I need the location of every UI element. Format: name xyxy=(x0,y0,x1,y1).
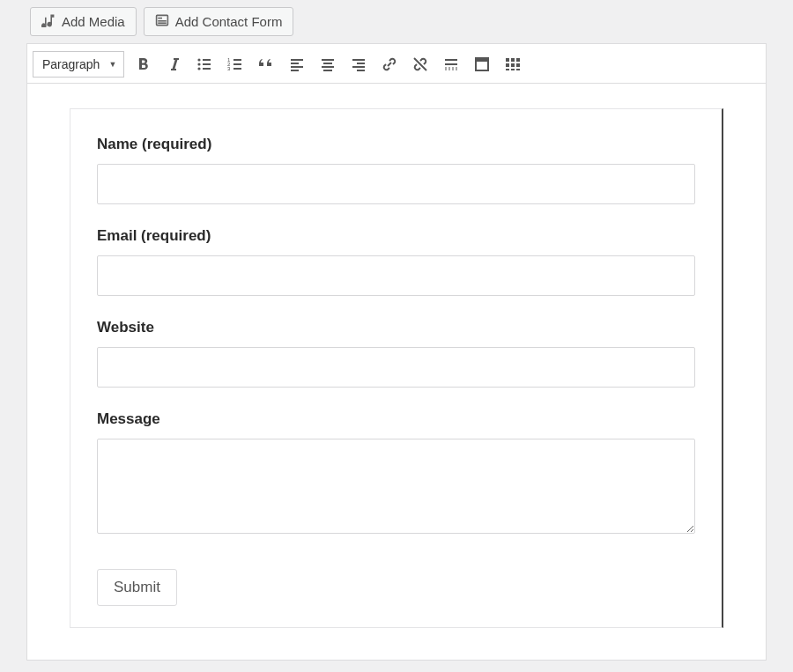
blockquote-button[interactable] xyxy=(254,52,278,77)
align-center-button[interactable] xyxy=(315,52,340,77)
svg-rect-29 xyxy=(445,59,457,61)
email-input[interactable] xyxy=(97,255,695,296)
svg-rect-26 xyxy=(352,66,365,68)
fullscreen-button[interactable] xyxy=(470,52,494,77)
field-name: Name (required) xyxy=(97,136,695,204)
svg-rect-23 xyxy=(323,70,332,71)
svg-line-28 xyxy=(414,58,426,70)
svg-rect-42 xyxy=(516,69,520,70)
svg-rect-34 xyxy=(506,58,509,62)
svg-rect-19 xyxy=(291,70,299,71)
svg-rect-41 xyxy=(511,69,515,70)
svg-rect-16 xyxy=(291,59,303,61)
svg-rect-32 xyxy=(476,58,488,70)
add-media-label: Add Media xyxy=(62,14,125,29)
music-note-icon xyxy=(41,13,56,30)
svg-rect-37 xyxy=(506,63,509,67)
bold-button[interactable] xyxy=(130,52,155,77)
insert-more-button[interactable] xyxy=(439,52,463,77)
svg-rect-21 xyxy=(323,63,332,64)
svg-rect-25 xyxy=(357,63,365,64)
numbered-list-button[interactable]: 123 xyxy=(223,52,248,77)
email-label: Email (required) xyxy=(97,227,695,245)
unlink-button[interactable] xyxy=(408,52,433,77)
svg-rect-1 xyxy=(158,18,162,19)
format-dropdown[interactable]: Paragraph ▼ xyxy=(33,51,124,78)
svg-rect-17 xyxy=(291,63,299,64)
field-message: Message xyxy=(97,410,695,537)
name-label: Name (required) xyxy=(97,136,695,153)
svg-rect-38 xyxy=(511,63,515,67)
svg-rect-2 xyxy=(158,20,167,22)
name-input[interactable] xyxy=(97,164,695,204)
svg-rect-7 xyxy=(203,63,211,65)
svg-rect-40 xyxy=(506,69,509,70)
svg-rect-36 xyxy=(516,58,520,62)
svg-rect-22 xyxy=(322,66,334,68)
svg-rect-24 xyxy=(352,59,365,61)
link-button[interactable] xyxy=(377,52,402,77)
chevron-down-icon: ▼ xyxy=(108,60,116,69)
svg-rect-39 xyxy=(516,63,520,67)
editor-canvas[interactable]: Name (required) Email (required) Website… xyxy=(26,84,767,661)
svg-point-8 xyxy=(198,67,201,70)
submit-button[interactable]: Submit xyxy=(97,569,177,606)
editor-wrap: Add Media Add Contact Form Paragraph ▼ 1… xyxy=(26,0,767,661)
media-buttons-row: Add Media Add Contact Form xyxy=(26,0,767,43)
add-contact-form-label: Add Contact Form xyxy=(175,14,283,29)
svg-text:3: 3 xyxy=(227,66,231,71)
svg-rect-11 xyxy=(233,59,241,61)
italic-button[interactable] xyxy=(161,52,186,77)
svg-rect-30 xyxy=(445,63,457,65)
website-input[interactable] xyxy=(97,347,695,388)
svg-rect-18 xyxy=(291,66,303,68)
add-media-button[interactable]: Add Media xyxy=(30,7,137,36)
svg-text:2: 2 xyxy=(227,62,231,67)
field-website: Website xyxy=(97,319,695,388)
form-icon xyxy=(155,13,169,30)
website-label: Website xyxy=(97,319,695,336)
field-email: Email (required) xyxy=(97,227,695,296)
align-right-button[interactable] xyxy=(346,52,371,77)
svg-rect-15 xyxy=(233,68,241,70)
svg-rect-27 xyxy=(357,70,365,71)
toolbar-toggle-button[interactable] xyxy=(500,52,525,77)
svg-rect-3 xyxy=(158,22,167,24)
add-contact-form-button[interactable]: Add Contact Form xyxy=(144,7,294,36)
svg-rect-33 xyxy=(476,58,488,62)
svg-rect-5 xyxy=(203,59,211,61)
svg-point-6 xyxy=(198,63,201,65)
format-dropdown-label: Paragraph xyxy=(42,57,100,71)
bullet-list-button[interactable] xyxy=(192,52,217,77)
svg-rect-31 xyxy=(445,68,457,70)
message-textarea[interactable] xyxy=(97,439,695,534)
svg-point-4 xyxy=(198,58,201,61)
contact-form-preview: Name (required) Email (required) Website… xyxy=(70,108,723,628)
message-label: Message xyxy=(97,410,695,428)
svg-rect-20 xyxy=(322,59,334,61)
svg-text:1: 1 xyxy=(227,57,231,63)
align-left-button[interactable] xyxy=(285,52,309,77)
svg-rect-9 xyxy=(203,68,211,70)
svg-rect-35 xyxy=(511,58,515,62)
svg-rect-13 xyxy=(233,63,241,65)
editor-toolbar: Paragraph ▼ 123 xyxy=(26,43,767,84)
